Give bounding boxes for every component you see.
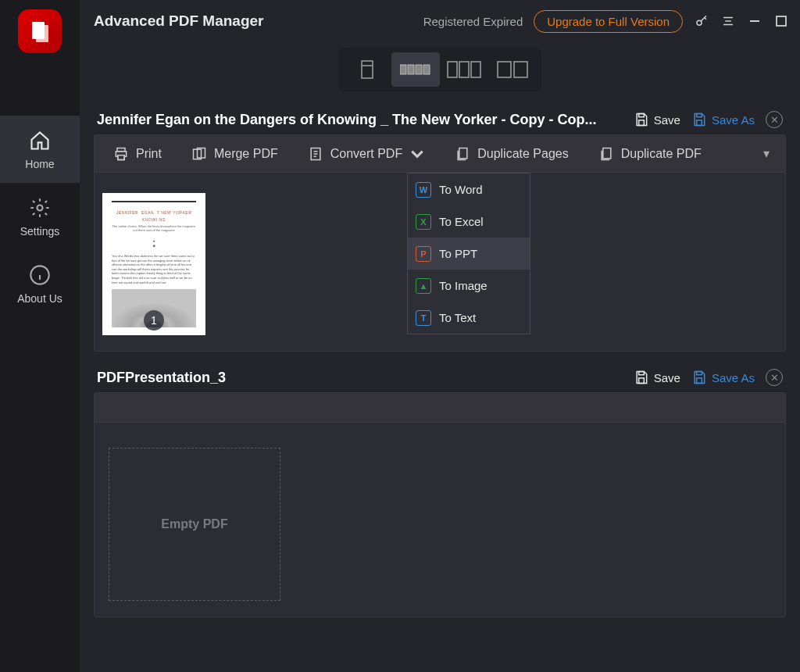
convert-pdf-button[interactable]: Convert PDF [305,141,428,166]
title-bar: Advanced PDF Manager Registered Expired … [80,0,800,42]
svg-point-6 [697,20,702,25]
view-two-button[interactable] [488,52,537,87]
svg-rect-25 [697,114,702,117]
sidebar-item-about[interactable]: About Us [0,250,80,317]
upgrade-button[interactable]: Upgrade to Full Version [534,10,683,33]
document-title: PDFPresentation_3 [97,370,623,386]
page-thumbnail[interactable]: JENNIFER EGAN T NEW YORKER KNOWI NG The … [102,193,205,335]
view-mode-strip [80,42,800,97]
svg-rect-32 [459,148,467,158]
convert-to-text[interactable]: TTo Text [408,302,530,334]
sidebar-item-label: Settings [20,225,60,238]
save-as-button[interactable]: Save As [691,112,755,127]
toolbar-overflow-button[interactable]: ▾ [763,146,770,161]
svg-rect-12 [362,61,373,78]
menu-icon[interactable] [720,13,736,29]
view-grid-button[interactable] [391,52,440,87]
duplicate-pdf-button[interactable]: Duplicate PDF [595,141,705,166]
svg-point-2 [38,206,43,211]
convert-to-ppt[interactable]: PTo PPT [408,238,530,270]
excel-icon: X [416,214,431,230]
print-button[interactable]: Print [110,141,165,166]
document-toolbar [95,393,785,423]
svg-rect-24 [638,120,644,126]
convert-to-image[interactable]: ▲To Image [408,270,530,302]
document-header: PDFPresentation_3 Save Save As ✕ [94,369,786,392]
convert-to-excel[interactable]: XTo Excel [408,206,530,238]
svg-rect-20 [471,62,480,77]
main-area: Advanced PDF Manager Registered Expired … [80,0,800,672]
svg-rect-17 [423,65,430,74]
svg-rect-16 [416,65,422,74]
svg-rect-35 [638,378,644,384]
chevron-down-icon [409,146,425,162]
svg-rect-15 [408,65,414,74]
svg-rect-36 [697,372,702,375]
svg-rect-21 [498,62,511,77]
empty-pdf-placeholder[interactable]: Empty PDF [109,448,280,601]
content-area: Jennifer Egan on the Dangers of Knowing … [80,97,800,672]
svg-rect-33 [603,148,611,158]
app-title: Advanced PDF Manager [94,13,264,30]
page-number-badge: 1 [144,310,164,331]
document-panel: Jennifer Egan on the Dangers of Knowing … [94,111,786,352]
convert-to-word[interactable]: WTo Word [408,173,530,206]
document-toolbar: Print Merge PDF Convert PDF Duplicate Pa… [95,135,785,173]
svg-rect-26 [697,120,702,126]
close-document-button[interactable]: ✕ [766,111,783,128]
document-panel: PDFPresentation_3 Save Save As ✕ [94,369,786,617]
convert-dropdown: WTo Word XTo Excel PTo PPT ▲To Image TTo… [407,173,530,334]
svg-rect-37 [697,378,702,384]
app-logo [18,9,62,53]
view-mode-group [338,48,541,91]
close-document-button[interactable]: ✕ [766,369,783,386]
ppt-icon: P [416,246,431,262]
svg-rect-28 [118,155,124,159]
sidebar: Home Settings About Us [0,0,80,672]
document-pages: Empty PDF [95,423,785,617]
merge-pdf-button[interactable]: Merge PDF [188,141,281,166]
svg-rect-18 [448,62,457,77]
sidebar-item-settings[interactable]: Settings [0,183,80,250]
document-header: Jennifer Egan on the Dangers of Knowing … [94,111,786,134]
document-title: Jennifer Egan on the Dangers of Knowing … [97,112,623,128]
view-three-button[interactable] [440,52,488,87]
save-as-button[interactable]: Save As [691,370,755,385]
document-body: Empty PDF [94,392,786,617]
document-body: Print Merge PDF Convert PDF Duplicate Pa… [94,134,786,352]
svg-rect-22 [514,62,527,77]
sidebar-item-label: Home [25,158,54,170]
svg-rect-34 [638,372,644,375]
image-icon: ▲ [416,278,431,294]
duplicate-pages-button[interactable]: Duplicate Pages [452,141,572,166]
minimize-button[interactable] [747,13,762,29]
sidebar-item-home[interactable]: Home [0,116,80,183]
svg-rect-1 [36,25,48,42]
svg-rect-19 [459,62,469,77]
key-icon[interactable] [694,13,709,29]
registration-status: Registered Expired [423,15,523,28]
text-icon: T [416,310,431,326]
word-icon: W [416,182,431,198]
svg-rect-11 [777,16,786,26]
maximize-button[interactable] [773,13,789,29]
save-button[interactable]: Save [634,112,680,127]
svg-rect-14 [400,65,406,74]
sidebar-item-label: About Us [17,292,62,305]
save-button[interactable]: Save [634,370,680,385]
svg-rect-23 [638,114,644,117]
view-single-button[interactable] [343,52,391,87]
